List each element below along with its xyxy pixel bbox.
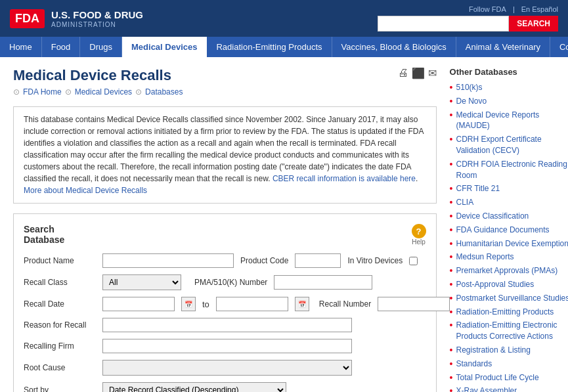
recalling-firm-input[interactable]	[102, 339, 352, 353]
nav-item-medical-devices[interactable]: Medical Devices	[122, 37, 207, 57]
fda-name: U.S. FOOD & DRUG	[51, 9, 143, 21]
sidebar-link-device-classification[interactable]: Device Classification	[450, 211, 568, 222]
breadcrumb-icon: ⊙	[13, 87, 20, 97]
breadcrumb: ⊙ FDA Home ⊙ Medical Devices ⊙ Databases	[13, 87, 183, 97]
sidebar-link-cfr-title-21[interactable]: CFR Title 21	[450, 183, 568, 194]
sidebar-link-cdrh-export-certificate-validation--cecv-[interactable]: CDRH Export Certificate Validation (CECV…	[450, 134, 568, 156]
calendar-to-button[interactable]: 📅	[295, 297, 309, 311]
nav-item-drugs[interactable]: Drugs	[80, 37, 122, 57]
product-name-label: Product Name	[24, 256, 96, 265]
sort-by-label: Sort by	[24, 385, 96, 392]
root-cause-label: Root Cause	[24, 363, 96, 372]
sidebar-link-standards[interactable]: Standards	[450, 359, 568, 370]
sidebar-link-medsun-reports[interactable]: Medsun Reports	[450, 251, 568, 263]
reason-for-recall-input[interactable]	[102, 318, 352, 332]
product-code-input[interactable]	[295, 253, 341, 268]
sidebar-link-registration-&-listing[interactable]: Registration & Listing	[450, 345, 568, 356]
form-row-sort: Sort by Date Record Classified (Descendi…	[24, 382, 426, 392]
fda-badge: FDA	[10, 9, 45, 28]
root-cause-select[interactable]	[102, 360, 352, 376]
sidebar-link-x-ray-assembler[interactable]: X-Ray Assembler	[450, 385, 568, 392]
page-title: Medical Device Recalls	[13, 67, 183, 84]
title-actions: 🖨 ⬛ ✉	[398, 67, 437, 79]
pma-number-input[interactable]	[274, 275, 372, 290]
sidebar: Other Databases 510(k)sDe NovoMedical De…	[450, 67, 568, 392]
header-search-button[interactable]: SEARCH	[509, 16, 558, 32]
fda-name-block: U.S. FOOD & DRUG ADMINISTRATION	[51, 9, 143, 28]
sidebar-link-total-product-life-cycle[interactable]: Total Product Life Cycle	[450, 372, 568, 383]
sidebar-link-post-approval-studies[interactable]: Post-Approval Studies	[450, 279, 568, 290]
in-vitro-checkbox[interactable]	[409, 257, 418, 265]
pma-number-label: PMA/510(K) Number	[194, 278, 267, 287]
cber-recall-link[interactable]: CBER recall information is available her…	[273, 174, 416, 183]
help-button[interactable]: ? Help	[412, 224, 426, 246]
sidebar-link-medical-device-reports--maude-[interactable]: Medical Device Reports (MAUDE)	[450, 110, 568, 132]
recall-date-to-input[interactable]	[216, 297, 288, 311]
sidebar-title: Other Databases	[450, 67, 568, 77]
fda-logo: FDA U.S. FOOD & DRUG ADMINISTRATION	[10, 9, 143, 28]
breadcrumb-sep2: ⊙	[135, 87, 142, 97]
search-form: Search Database ? Help Product Name Prod…	[13, 213, 437, 392]
sidebar-link-radiation-emitting-electronic-products-corrective-actions[interactable]: Radiation-Emitting Electronic Products C…	[450, 320, 568, 342]
sidebar-link-clia[interactable]: CLIA	[450, 197, 568, 208]
sidebar-link-cdrh-foia-electronic-reading-room[interactable]: CDRH FOIA Electronic Reading Room	[450, 159, 568, 181]
nav-item-animal-&-veterinary[interactable]: Animal & Veterinary	[456, 37, 550, 57]
nav-item-radiation-emitting-products[interactable]: Radiation-Emitting Products	[207, 37, 332, 57]
recall-number-input[interactable]	[378, 297, 450, 311]
recall-number-label: Recall Number	[319, 299, 371, 309]
follow-fda-link[interactable]: Follow FDA	[469, 5, 506, 13]
sidebar-link-fda-guidance-documents[interactable]: FDA Guidance Documents	[450, 225, 568, 236]
nav-item-vaccines,-blood-&-biologics[interactable]: Vaccines, Blood & Biologics	[332, 37, 456, 57]
more-about-link[interactable]: More about Medical Device Recalls	[24, 186, 147, 195]
nav-item-home[interactable]: Home	[0, 37, 42, 57]
recalling-firm-label: Recalling Firm	[24, 341, 96, 351]
header-search-bar: SEARCH	[378, 16, 558, 32]
sidebar-link-humanitarian-device-exemption[interactable]: Humanitarian Device Exemption	[450, 238, 568, 250]
calendar-from-button[interactable]: 📅	[181, 297, 196, 311]
sidebar-link-510-k-s[interactable]: 510(k)s	[450, 82, 568, 93]
title-row: Medical Device Recalls ⊙ FDA Home ⊙ Medi…	[13, 67, 437, 106]
breadcrumb-databases[interactable]: Databases	[145, 87, 183, 97]
recall-class-label: Recall Class	[24, 278, 96, 287]
form-row-reason: Reason for Recall	[24, 318, 426, 332]
form-row-product: Product Name Product Code In Vitro Devic…	[24, 253, 426, 268]
nav-item-cosmetics[interactable]: Cosmetics	[550, 37, 568, 57]
search-form-title: Search Database	[24, 224, 64, 245]
sidebar-link-postmarket-surveillance-studies[interactable]: Postmarket Surveillance Studies	[450, 293, 568, 304]
recall-class-select[interactable]: All Class I Class II Class III	[102, 274, 181, 290]
to-label: to	[202, 299, 209, 309]
recall-date-from-input[interactable]	[102, 297, 175, 311]
nav-bar: HomeFoodDrugsMedical DevicesRadiation-Em…	[0, 37, 568, 57]
form-row-dates: Recall Date 📅 to 📅 Recall Number	[24, 297, 426, 311]
header: FDA U.S. FOOD & DRUG ADMINISTRATION Foll…	[0, 0, 568, 37]
sort-by-select[interactable]: Date Record Classified (Descending) Date…	[102, 382, 286, 392]
help-label: Help	[412, 238, 426, 246]
sidebar-link-radiation-emitting-products[interactable]: Radiation-Emitting Products	[450, 307, 568, 318]
nav-item-food[interactable]: Food	[42, 37, 81, 57]
breadcrumb-medical-devices[interactable]: Medical Devices	[75, 87, 132, 97]
print-icon[interactable]: 🖨	[398, 67, 408, 79]
breadcrumb-fda-home[interactable]: FDA Home	[23, 87, 62, 97]
sidebar-link-premarket-approvals--pmas-[interactable]: Premarket Approvals (PMAs)	[450, 265, 568, 276]
reason-label: Reason for Recall	[24, 320, 96, 330]
en-espanol-link[interactable]: En Español	[521, 5, 558, 13]
fda-admin: ADMINISTRATION	[51, 21, 143, 28]
page-title-block: Medical Device Recalls ⊙ FDA Home ⊙ Medi…	[13, 67, 183, 106]
product-code-label: Product Code	[240, 256, 288, 265]
header-right: Follow FDA | En Español SEARCH	[378, 5, 558, 32]
recall-date-label: Recall Date	[24, 299, 96, 309]
info-box: This database contains Medical Device Re…	[13, 106, 437, 204]
export-icon[interactable]: ⬛	[412, 67, 425, 79]
email-icon[interactable]: ✉	[428, 67, 437, 79]
product-name-input[interactable]	[102, 253, 234, 268]
main-content: Medical Device Recalls ⊙ FDA Home ⊙ Medi…	[13, 67, 437, 392]
info-text: This database contains Medical Device Re…	[24, 115, 424, 183]
in-vitro-label: In Vitro Devices	[347, 256, 403, 265]
form-row-recall-class: Recall Class All Class I Class II Class …	[24, 274, 426, 290]
help-icon: ?	[412, 224, 426, 238]
sidebar-links: 510(k)sDe NovoMedical Device Reports (MA…	[450, 82, 568, 392]
top-links: Follow FDA | En Español	[469, 5, 558, 13]
header-search-input[interactable]	[378, 16, 509, 32]
search-form-header: Search Database ? Help	[24, 224, 426, 246]
sidebar-link-de-novo[interactable]: De Novo	[450, 96, 568, 107]
